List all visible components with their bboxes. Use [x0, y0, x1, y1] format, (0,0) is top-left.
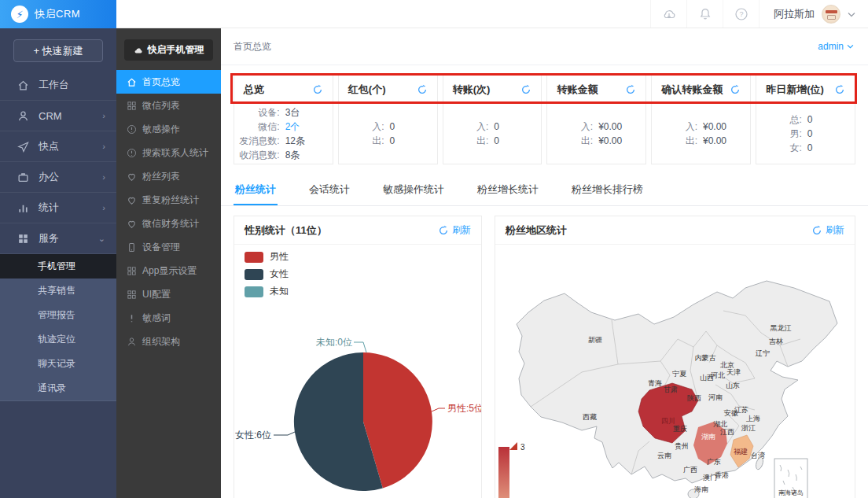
sidebar-item-label: 统计: [39, 201, 102, 215]
tab-fans-growth-stats[interactable]: 粉丝增长统计: [476, 176, 540, 205]
module-item-wechat-list[interactable]: 微信列表: [116, 94, 221, 117]
refresh-icon[interactable]: [312, 84, 323, 95]
sidebar-item-office[interactable]: 办公 ›: [0, 162, 116, 193]
province-label[interactable]: 浙江: [741, 424, 756, 432]
province-label[interactable]: 江西: [720, 428, 734, 436]
province-label[interactable]: 新疆: [588, 336, 602, 344]
module-item-label: 微信列表: [142, 99, 180, 113]
cloud-sync-icon[interactable]: [650, 0, 686, 28]
module-item-duplicate-fans-stats[interactable]: 重复粉丝统计: [116, 188, 221, 212]
refresh-button[interactable]: 刷新: [811, 223, 844, 237]
province-label[interactable]: 甘肃: [664, 385, 678, 393]
module-item-org-structure[interactable]: 组织架构: [116, 330, 221, 353]
province-label[interactable]: 福建: [734, 448, 748, 456]
chevron-right-icon: ›: [102, 203, 105, 212]
province-label[interactable]: 内蒙古: [695, 354, 716, 362]
module-item-app-display-settings[interactable]: App显示设置: [116, 259, 221, 282]
legend-item-female[interactable]: 女性: [245, 267, 289, 281]
province-label[interactable]: 黑龙江: [771, 324, 792, 332]
submenu-item-management-report[interactable]: 管理报告: [0, 303, 116, 327]
avatar[interactable]: [822, 5, 840, 24]
submenu-item-shared-sales[interactable]: 共享销售: [0, 279, 116, 303]
stat-card-red-packets: 红包(个) 入:0 出:0: [338, 75, 438, 164]
module-item-fans-list[interactable]: 粉丝列表: [116, 164, 221, 188]
province-label[interactable]: 澳门: [703, 474, 717, 481]
refresh-icon[interactable]: [520, 84, 531, 95]
province-label[interactable]: 湖北: [713, 420, 727, 428]
province-label[interactable]: 江苏: [734, 406, 748, 414]
sidebar-item-services[interactable]: 服务 ⌄: [0, 223, 116, 254]
province-label[interactable]: 四川: [661, 417, 675, 425]
send-icon: [17, 141, 29, 153]
china-mainland-shape[interactable]: [517, 281, 837, 483]
refresh-icon[interactable]: [834, 84, 845, 95]
province-label[interactable]: 重庆: [673, 425, 687, 433]
briefcase-icon: [17, 172, 29, 183]
province-label[interactable]: 湖南: [701, 433, 715, 441]
legend-item-unknown[interactable]: 未知: [245, 285, 289, 298]
legend-label: 男性: [270, 250, 289, 264]
province-label[interactable]: 贵州: [675, 442, 689, 450]
province-label[interactable]: 辽宁: [756, 349, 770, 357]
tab-session-stats[interactable]: 会话统计: [307, 176, 351, 205]
province-label[interactable]: 青海: [648, 379, 662, 387]
refresh-label: 刷新: [826, 223, 844, 237]
refresh-icon[interactable]: [625, 84, 636, 95]
user-menu[interactable]: 阿拉斯加: [759, 0, 868, 28]
help-icon[interactable]: ?: [723, 0, 759, 28]
submenu-item-contacts[interactable]: 通讯录: [0, 376, 116, 400]
submenu-item-phone-management[interactable]: 手机管理: [0, 254, 116, 279]
app-logo[interactable]: ⚡ 快启CRM: [0, 0, 116, 28]
stat-value: 0: [389, 120, 432, 134]
module-item-contact-search-stats[interactable]: 搜索联系人统计: [116, 141, 221, 164]
province-label[interactable]: 上海: [746, 415, 760, 422]
sidebar-item-statistics[interactable]: 统计 ›: [0, 193, 116, 223]
tab-fans-stats[interactable]: 粉丝统计: [234, 176, 278, 205]
province-label[interactable]: 海南: [694, 485, 708, 493]
card-title: 昨日新增(位): [766, 83, 824, 97]
stat-label: 发消息数:: [239, 134, 285, 148]
person-icon: [127, 337, 137, 347]
stat-value-link[interactable]: 2个: [285, 120, 328, 134]
province-label[interactable]: 山西: [700, 374, 714, 382]
province-label[interactable]: 云南: [657, 452, 671, 459]
province-label[interactable]: 河南: [708, 393, 723, 401]
province-label[interactable]: 台湾: [751, 452, 765, 459]
module-item-device-management[interactable]: 设备管理: [116, 235, 221, 259]
stat-label: 微信:: [239, 120, 285, 134]
refresh-icon[interactable]: [417, 84, 428, 95]
bell-icon[interactable]: [686, 0, 723, 28]
module-header[interactable]: 快启手机管理: [124, 39, 213, 61]
submenu-item-chat-records[interactable]: 聊天记录: [0, 352, 116, 376]
module-item-home-overview[interactable]: 首页总览: [116, 70, 221, 94]
quick-create-button[interactable]: + 快速新建: [13, 39, 103, 62]
province-label[interactable]: 南海诸岛: [778, 489, 804, 496]
tab-fans-growth-ranking[interactable]: 粉丝增长排行榜: [570, 176, 645, 205]
module-item-sensitive-operations[interactable]: 敏感操作: [116, 117, 221, 141]
sidebar-item-crm[interactable]: CRM ›: [0, 101, 116, 131]
sidebar-item-workbench[interactable]: 工作台: [0, 70, 116, 101]
province-label[interactable]: 广东: [707, 458, 721, 466]
module-item-ui-config[interactable]: UI配置: [116, 282, 221, 306]
grid-icon: [17, 233, 29, 245]
submenu-item-track-location[interactable]: 轨迹定位: [0, 327, 116, 352]
refresh-icon[interactable]: [730, 84, 741, 95]
stat-value: 0: [807, 127, 850, 141]
province-label[interactable]: 宁夏: [672, 370, 686, 378]
module-item-wechat-finance-stats[interactable]: 微信财务统计: [116, 212, 221, 235]
visual-map-legend[interactable]: 3: [498, 442, 525, 498]
province-label[interactable]: 广西: [683, 466, 697, 474]
module-item-sensitive-words[interactable]: 敏感词: [116, 306, 221, 330]
province-label[interactable]: 西藏: [583, 413, 597, 421]
card-title: 转账(次): [453, 83, 491, 97]
sidebar-item-kuaidian[interactable]: 快点 ›: [0, 131, 116, 162]
province-label[interactable]: 吉林: [769, 338, 783, 345]
province-label[interactable]: 天津: [726, 368, 741, 376]
refresh-button[interactable]: 刷新: [438, 223, 471, 237]
province-label[interactable]: 陕西: [687, 394, 701, 402]
tab-sensitive-op-stats[interactable]: 敏感操作统计: [381, 176, 446, 205]
province-label[interactable]: 山东: [726, 382, 740, 389]
legend-item-male[interactable]: 男性: [245, 250, 289, 264]
admin-dropdown[interactable]: admin: [818, 41, 854, 52]
stat-value: ¥0.00: [703, 120, 745, 134]
